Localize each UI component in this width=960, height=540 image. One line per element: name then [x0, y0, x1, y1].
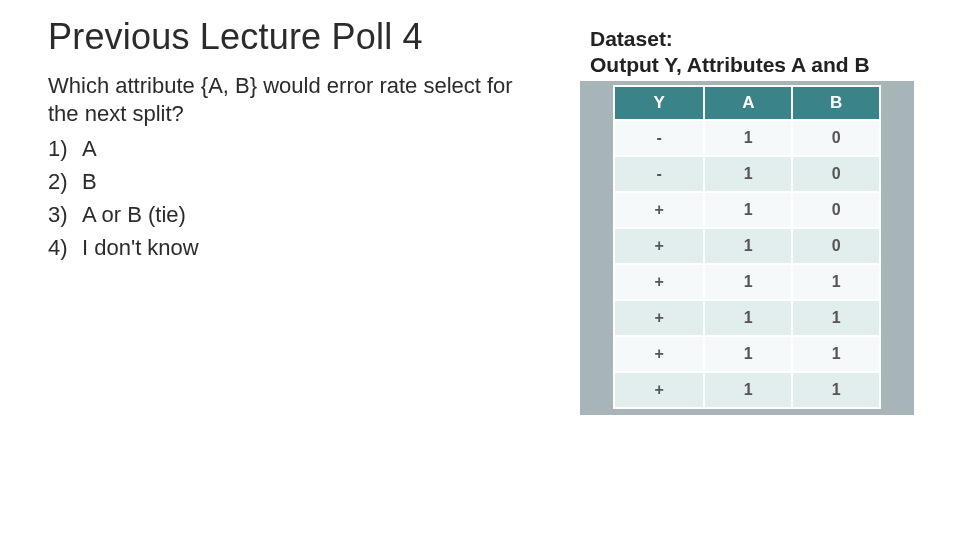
cell-y: + — [614, 264, 704, 300]
poll-question: Which attribute {A, B} would error rate … — [48, 72, 548, 128]
cell-a: 1 — [704, 192, 792, 228]
cell-a: 1 — [704, 372, 792, 408]
cell-b: 0 — [792, 156, 880, 192]
table-row: + 1 0 — [614, 228, 880, 264]
cell-a: 1 — [704, 156, 792, 192]
cell-y: + — [614, 228, 704, 264]
option-number: 4) — [48, 231, 82, 264]
table-row: + 1 1 — [614, 336, 880, 372]
table-row: + 1 1 — [614, 372, 880, 408]
option-number: 1) — [48, 132, 82, 165]
dataset-panel: Dataset: Output Y, Attributes A and B Y … — [580, 22, 914, 415]
cell-b: 0 — [792, 192, 880, 228]
cell-a: 1 — [704, 264, 792, 300]
option-text: B — [82, 165, 97, 198]
option-1: 1) A — [48, 132, 548, 165]
cell-a: 1 — [704, 228, 792, 264]
table-row: + 1 1 — [614, 300, 880, 336]
table-row: - 1 0 — [614, 120, 880, 156]
cell-y: - — [614, 156, 704, 192]
table-body: - 1 0 - 1 0 + 1 0 + 1 0 + 1 1 — [614, 120, 880, 408]
cell-a: 1 — [704, 336, 792, 372]
cell-y: + — [614, 372, 704, 408]
cell-y: + — [614, 336, 704, 372]
cell-y: + — [614, 300, 704, 336]
option-number: 3) — [48, 198, 82, 231]
option-2: 2) B — [48, 165, 548, 198]
option-3: 3) A or B (tie) — [48, 198, 548, 231]
cell-b: 0 — [792, 228, 880, 264]
cell-b: 1 — [792, 264, 880, 300]
option-4: 4) I don't know — [48, 231, 548, 264]
dataset-label-line2: Output Y, Attributes A and B — [590, 53, 870, 76]
options-list: 1) A 2) B 3) A or B (tie) 4) I don't kno… — [48, 132, 548, 264]
dataset-label: Dataset: Output Y, Attributes A and B — [580, 22, 914, 81]
table-row: - 1 0 — [614, 156, 880, 192]
dataset-label-line1: Dataset: — [590, 27, 673, 50]
cell-y: - — [614, 120, 704, 156]
table-row: + 1 0 — [614, 192, 880, 228]
cell-y: + — [614, 192, 704, 228]
col-header-b: B — [792, 86, 880, 120]
cell-b: 0 — [792, 120, 880, 156]
dataset-table: Y A B - 1 0 - 1 0 + 1 0 + 1 — [613, 85, 881, 409]
option-text: I don't know — [82, 231, 199, 264]
cell-b: 1 — [792, 300, 880, 336]
left-column: Previous Lecture Poll 4 Which attribute … — [48, 16, 548, 264]
page-title: Previous Lecture Poll 4 — [48, 16, 548, 58]
cell-b: 1 — [792, 336, 880, 372]
cell-a: 1 — [704, 300, 792, 336]
cell-b: 1 — [792, 372, 880, 408]
option-number: 2) — [48, 165, 82, 198]
col-header-y: Y — [614, 86, 704, 120]
table-header-row: Y A B — [614, 86, 880, 120]
col-header-a: A — [704, 86, 792, 120]
option-text: A or B (tie) — [82, 198, 186, 231]
table-row: + 1 1 — [614, 264, 880, 300]
option-text: A — [82, 132, 97, 165]
cell-a: 1 — [704, 120, 792, 156]
